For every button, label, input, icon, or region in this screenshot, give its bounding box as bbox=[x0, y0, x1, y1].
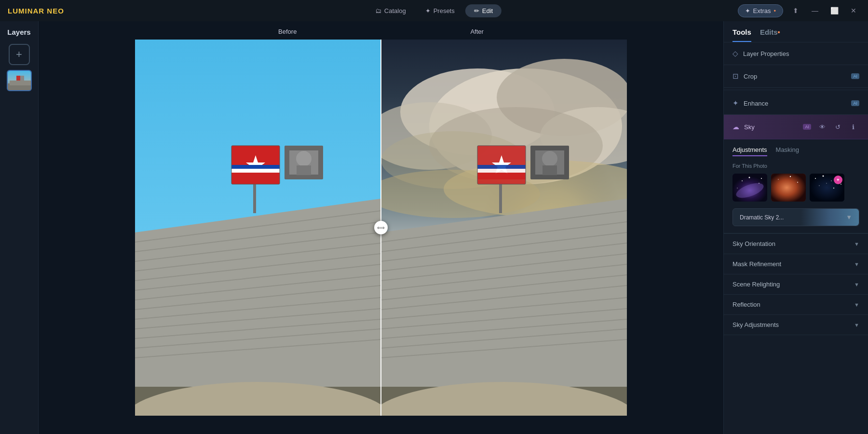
svg-rect-65 bbox=[477, 173, 526, 179]
sky-tab-masking[interactable]: Masking bbox=[776, 146, 799, 156]
layers-heading: Layers bbox=[0, 21, 38, 40]
accordion-sky-adjustments[interactable]: Sky Adjustments ▼ bbox=[724, 315, 868, 335]
layer-properties-icon: ◇ bbox=[732, 49, 738, 58]
svg-point-75 bbox=[737, 188, 738, 189]
accordion-scene-relighting[interactable]: Scene Relighting ▼ bbox=[724, 274, 868, 295]
svg-point-76 bbox=[761, 178, 762, 179]
crop-icon: ⊡ bbox=[732, 72, 739, 81]
sky-dropdown-label: Dramatic Sky 2... bbox=[740, 214, 784, 221]
sky-dropdown[interactable]: Dramatic Sky 2... ▼ bbox=[732, 208, 859, 226]
nav-bar: 🗂 Catalog ✦ Presets ✏ Edit bbox=[366, 4, 502, 17]
reflection-arrow-icon: ▼ bbox=[854, 302, 859, 308]
maximize-button[interactable]: ⬜ bbox=[827, 4, 841, 17]
split-view: ⟺ bbox=[135, 40, 627, 416]
share-button[interactable]: ⬆ bbox=[789, 4, 802, 17]
nav-edit[interactable]: ✏ Edit bbox=[465, 4, 502, 17]
right-panel: Tools Edits• ◇ Layer Properties ⊡ Crop A… bbox=[723, 21, 868, 434]
svg-point-89 bbox=[826, 183, 827, 183]
nav-presets[interactable]: ✦ Presets bbox=[417, 4, 463, 17]
svg-rect-26 bbox=[231, 169, 280, 173]
after-image bbox=[381, 40, 627, 416]
image-container: ⟺ bbox=[39, 21, 723, 434]
sky-preset-milky-way[interactable] bbox=[732, 174, 767, 202]
mask-refinement-label: Mask Refinement bbox=[732, 260, 854, 268]
layer-thumbnail[interactable] bbox=[7, 70, 32, 91]
svg-rect-70 bbox=[542, 165, 557, 175]
add-layer-button[interactable]: + bbox=[9, 44, 30, 65]
svg-rect-2 bbox=[10, 81, 31, 85]
enhance-icon: ✦ bbox=[732, 99, 739, 108]
sky-orientation-arrow-icon: ▼ bbox=[854, 241, 859, 247]
divider bbox=[724, 90, 868, 90]
tab-tools[interactable]: Tools bbox=[732, 28, 751, 42]
edit-icon: ✏ bbox=[474, 7, 479, 14]
sky-sub-tabs: Adjustments Masking bbox=[732, 146, 859, 156]
before-scene bbox=[135, 40, 381, 416]
app-logo: LUMINAR NEO bbox=[8, 7, 64, 15]
scene-relighting-label: Scene Relighting bbox=[732, 281, 854, 288]
tab-edits[interactable]: Edits• bbox=[760, 28, 780, 42]
sky-info-button[interactable]: ℹ bbox=[847, 121, 859, 133]
svg-rect-60 bbox=[499, 184, 502, 213]
svg-point-83 bbox=[815, 178, 816, 179]
sky-actions: 👁 ↺ ℹ bbox=[816, 121, 859, 133]
accordion-reflection[interactable]: Reflection ▼ bbox=[724, 295, 868, 315]
tool-sky[interactable]: ☁ Sky AI 👁 ↺ ℹ bbox=[724, 115, 868, 139]
svg-point-79 bbox=[778, 179, 779, 180]
enhance-label: Enhance bbox=[744, 100, 846, 107]
for-this-photo-label: For This Photo bbox=[732, 163, 859, 169]
scene-relighting-arrow-icon: ▼ bbox=[854, 282, 859, 287]
svg-point-90 bbox=[841, 184, 841, 185]
sky-presets: ✦ bbox=[732, 174, 859, 202]
after-scene bbox=[381, 40, 627, 416]
tool-list: ◇ Layer Properties ⊡ Crop AI ✦ Enhance A… bbox=[724, 42, 868, 335]
svg-point-72 bbox=[742, 180, 743, 181]
svg-rect-78 bbox=[771, 174, 806, 202]
svg-point-85 bbox=[831, 180, 832, 181]
tool-crop[interactable]: ⊡ Crop AI bbox=[724, 65, 868, 88]
svg-rect-63 bbox=[477, 165, 526, 169]
sky-preset-stars[interactable]: ✦ bbox=[810, 174, 844, 202]
mask-refinement-arrow-icon: ▼ bbox=[854, 261, 859, 267]
svg-rect-25 bbox=[231, 165, 280, 169]
svg-rect-4 bbox=[20, 76, 24, 81]
svg-point-87 bbox=[819, 185, 820, 186]
enhance-ai-badge: AI bbox=[851, 100, 859, 106]
tool-enhance[interactable]: ✦ Enhance AI bbox=[724, 92, 868, 115]
sky-tab-adjustments[interactable]: Adjustments bbox=[732, 146, 767, 156]
sky-ai-badge: AI bbox=[803, 124, 811, 130]
reflection-label: Reflection bbox=[732, 301, 854, 308]
tool-layer-properties[interactable]: ◇ Layer Properties bbox=[724, 42, 868, 65]
sky-accordions: Sky Orientation ▼ Mask Refinement ▼ Scen… bbox=[724, 233, 868, 335]
svg-point-80 bbox=[797, 182, 798, 183]
svg-point-31 bbox=[296, 151, 312, 166]
accordion-sky-orientation[interactable]: Sky Orientation ▼ bbox=[724, 234, 868, 254]
svg-point-73 bbox=[749, 177, 750, 178]
close-button[interactable]: ✕ bbox=[847, 4, 860, 17]
sky-visibility-button[interactable]: 👁 bbox=[816, 121, 828, 133]
extras-button[interactable]: ✦ Extras • bbox=[738, 4, 783, 17]
sky-orientation-label: Sky Orientation bbox=[732, 240, 854, 247]
catalog-icon: 🗂 bbox=[375, 7, 381, 14]
svg-point-88 bbox=[833, 188, 834, 189]
sky-reset-button[interactable]: ↺ bbox=[831, 121, 844, 133]
sky-adjustments-arrow-icon: ▼ bbox=[854, 322, 859, 328]
svg-point-84 bbox=[823, 176, 824, 177]
before-image bbox=[135, 40, 381, 416]
presets-icon: ✦ bbox=[425, 7, 431, 14]
split-handle[interactable]: ⟺ bbox=[374, 221, 388, 234]
svg-rect-22 bbox=[253, 184, 256, 213]
svg-rect-32 bbox=[297, 165, 311, 175]
layer-properties-label: Layer Properties bbox=[743, 50, 859, 57]
crop-label: Crop bbox=[744, 73, 846, 80]
titlebar: LUMINAR NEO 🗂 Catalog ✦ Presets ✏ Edit ✦… bbox=[0, 0, 868, 21]
extras-icon: ✦ bbox=[745, 7, 750, 14]
accordion-mask-refinement[interactable]: Mask Refinement ▼ bbox=[724, 254, 868, 274]
nav-catalog[interactable]: 🗂 Catalog bbox=[366, 4, 415, 17]
sky-preset-badge: ✦ bbox=[834, 176, 842, 184]
sky-preset-nebula[interactable] bbox=[771, 174, 806, 202]
svg-point-69 bbox=[542, 151, 557, 166]
svg-rect-64 bbox=[477, 169, 526, 173]
minimize-button[interactable]: — bbox=[808, 4, 822, 17]
sky-adjustments-label: Sky Adjustments bbox=[732, 321, 854, 328]
